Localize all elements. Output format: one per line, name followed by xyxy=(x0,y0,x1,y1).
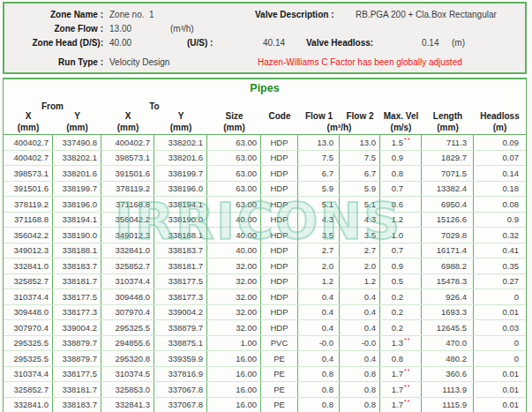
cell-length: 15126.6 xyxy=(422,213,474,228)
cell-max-vel: 0.2 xyxy=(380,305,422,320)
cell-x-to: 295325.5 xyxy=(101,320,154,335)
cell-flow1: 4.3 xyxy=(298,213,340,228)
cell-code: HDP xyxy=(261,258,298,273)
table-row: 310374.4338177.5309448.0338177.332.00HDP… xyxy=(4,289,526,305)
cell-max-vel: 1.2 xyxy=(380,213,422,228)
col-header-flow1: Flow 1 xyxy=(298,111,340,121)
cell-flow2: 0.4 xyxy=(340,289,380,304)
cell-flow1: 3.5 xyxy=(298,228,340,243)
cell-max-vel: 0.6 xyxy=(380,197,422,212)
cell-y-from: 339004.2 xyxy=(53,320,101,335)
unit-y-from: (mm) xyxy=(53,123,101,132)
cell-y-to: 337067.8 xyxy=(154,382,207,397)
cell-length: 6988.2 xyxy=(422,258,474,273)
cell-y-from: 337490.8 xyxy=(53,135,101,150)
cell-flow2: 0.4 xyxy=(340,320,380,335)
cell-max-vel: 0.7 xyxy=(380,182,422,197)
cell-headloss: 0.41 xyxy=(474,243,526,258)
cell-flow2: 2.0 xyxy=(340,258,380,273)
cell-y-from: 338879.7 xyxy=(53,351,101,366)
cell-length: 16171.4 xyxy=(422,243,474,258)
cell-x-from: 356042.2 xyxy=(4,228,53,243)
pipes-table-header: FromToXYXYSizeCodeFlow 1Flow 2Max. VelLe… xyxy=(4,79,526,134)
cell-code: PE xyxy=(261,398,298,412)
run-type-label: Run Type : xyxy=(4,57,103,67)
cell-length: 15478.3 xyxy=(422,274,474,289)
cell-y-from: 338188.1 xyxy=(53,243,101,258)
cell-flow1: 5.1 xyxy=(298,197,340,212)
valve-headloss-value: 0.14 xyxy=(422,38,438,48)
cell-y-from: 338190.0 xyxy=(53,228,101,243)
cell-code: HDP xyxy=(261,320,298,335)
cell-max-vel: 0.2 xyxy=(380,289,422,304)
cell-headloss: 0.01 xyxy=(474,305,526,320)
cell-length: 7071.5 xyxy=(422,166,474,181)
zone-name-label: Zone Name : xyxy=(4,10,103,19)
zone-head-label: Zone Head (D/S): xyxy=(4,38,103,48)
cell-x-to: 398573.1 xyxy=(101,151,154,166)
cell-y-to: 338190.0 xyxy=(154,213,207,228)
cell-flow1: 0.4 xyxy=(298,320,340,335)
zone-flow-label: Zone Flow : xyxy=(4,24,103,34)
cell-size: 16.00 xyxy=(207,367,261,382)
table-row: 295325.5338879.7294855.6338875.11.00PVC-… xyxy=(4,336,526,352)
table-row: 307970.4339004.2295325.5338879.732.00HDP… xyxy=(4,320,526,336)
cell-headloss: 0.27 xyxy=(474,274,526,289)
cell-headloss: 0.07 xyxy=(474,151,526,166)
cell-headloss: 0.09 xyxy=(474,135,526,150)
table-row: 371168.8338194.1356042.2338190.040.00HDP… xyxy=(4,213,526,228)
cell-length: 1113.9 xyxy=(422,382,474,397)
cell-length: 13382.4 xyxy=(422,182,474,197)
cell-size: 16.00 xyxy=(207,351,261,366)
unit-max-vel: (m/s) xyxy=(380,123,422,132)
cell-flow2: 5.9 xyxy=(340,182,380,197)
cell-y-from: 338177.3 xyxy=(53,305,101,320)
cell-flow1: 0.8 xyxy=(298,367,340,382)
table-row: 325852.7338181.7325853.0337067.816.00PE0… xyxy=(4,382,526,398)
table-row: 356042.2338190.0349012.3338188.140.00HDP… xyxy=(4,228,526,243)
cell-length: 470.0 xyxy=(422,336,474,351)
cell-flow1: 0.4 xyxy=(298,351,340,366)
cell-max-vel: 0.9 xyxy=(380,151,422,166)
cell-size: 63.00 xyxy=(207,151,261,166)
cell-headloss: 0.01 xyxy=(474,382,526,397)
cell-size: 1.00 xyxy=(207,336,261,351)
cell-length: 1829.7 xyxy=(422,151,474,166)
cell-x-from: 332841.0 xyxy=(4,398,53,412)
velocity-flag: ** xyxy=(404,137,410,143)
cell-y-from: 338196.0 xyxy=(53,197,101,212)
cell-flow1: 0.8 xyxy=(298,398,340,412)
table-row: 378119.2338196.0371168.8338194.163.00HDP… xyxy=(4,197,526,213)
cell-x-to: 325852.7 xyxy=(101,258,154,273)
cell-code: HDP xyxy=(261,182,298,197)
cell-y-from: 338202.1 xyxy=(53,151,101,166)
cell-max-vel: 0.8 xyxy=(380,166,422,181)
cell-size: 32.00 xyxy=(207,320,261,335)
col-header-max-vel: Max. Vel xyxy=(380,111,422,121)
col-header-size: Size xyxy=(207,111,261,121)
cell-max-vel: 1.7** xyxy=(380,367,422,382)
cell-y-to: 338202.1 xyxy=(154,135,207,150)
cell-headloss: 0.32 xyxy=(474,228,526,243)
cell-y-to: 338177.5 xyxy=(154,274,207,289)
cell-y-to: 338201.6 xyxy=(154,151,207,166)
cell-max-vel: 0.8 xyxy=(380,351,422,366)
unit-flow: (m³/h) xyxy=(298,123,380,132)
zone-info-panel: Zone Name : Zone no. 1 Valve Description… xyxy=(3,2,527,74)
cell-code: HDP xyxy=(261,228,298,243)
cell-x-from: 307970.4 xyxy=(4,320,53,335)
cell-flow2: 4.3 xyxy=(340,213,380,228)
cell-x-from: 309448.0 xyxy=(4,305,53,320)
cell-max-vel: 1.7** xyxy=(380,398,422,412)
table-row: 400402.7337490.8400402.7338202.163.00HDP… xyxy=(4,135,526,151)
cell-code: HDP xyxy=(261,243,298,258)
cell-x-to: 332841.0 xyxy=(101,243,154,258)
cell-x-to: 309448.0 xyxy=(101,289,154,304)
table-row: 310374.4338177.5310374.5337816.916.00PE0… xyxy=(4,367,526,383)
cell-headloss: 0.08 xyxy=(474,197,526,212)
cell-x-from: 310374.4 xyxy=(4,289,53,304)
cell-x-to: 371168.8 xyxy=(101,197,154,212)
cell-x-to: 295320.8 xyxy=(101,351,154,366)
cell-size: 63.00 xyxy=(207,135,261,150)
cell-y-to: 338181.7 xyxy=(154,258,207,273)
